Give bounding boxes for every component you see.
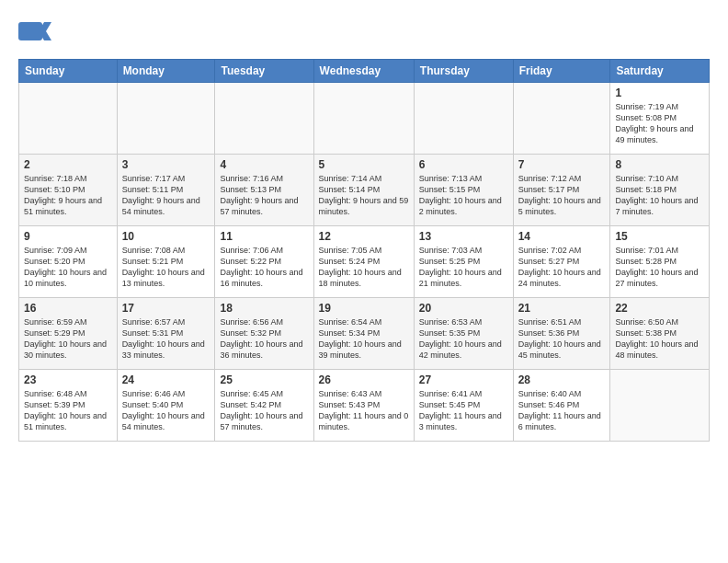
day-number: 1 (615, 86, 704, 99)
day-number: 17 (122, 302, 210, 315)
day-number: 19 (319, 302, 409, 315)
day-number: 21 (518, 302, 606, 315)
day-number: 13 (419, 230, 508, 243)
day-info: Sunrise: 7:09 AM Sunset: 5:20 PM Dayligh… (24, 245, 112, 290)
day-number: 25 (220, 373, 308, 386)
day-number: 5 (319, 158, 409, 171)
calendar-cell: 11Sunrise: 7:06 AM Sunset: 5:22 PM Dayli… (215, 226, 313, 298)
day-info: Sunrise: 7:19 AM Sunset: 5:08 PM Dayligh… (615, 101, 704, 146)
day-info: Sunrise: 6:40 AM Sunset: 5:46 PM Dayligh… (518, 388, 606, 433)
day-info: Sunrise: 7:13 AM Sunset: 5:15 PM Dayligh… (419, 173, 508, 218)
calendar-cell: 6Sunrise: 7:13 AM Sunset: 5:15 PM Daylig… (414, 155, 513, 226)
day-info: Sunrise: 7:17 AM Sunset: 5:11 PM Dayligh… (122, 173, 210, 218)
day-info: Sunrise: 6:46 AM Sunset: 5:40 PM Dayligh… (122, 388, 210, 433)
calendar-cell (610, 370, 710, 442)
calendar-cell: 22Sunrise: 6:50 AM Sunset: 5:38 PM Dayli… (610, 298, 710, 370)
calendar-cell: 9Sunrise: 7:09 AM Sunset: 5:20 PM Daylig… (19, 226, 118, 298)
day-info: Sunrise: 6:53 AM Sunset: 5:35 PM Dayligh… (419, 316, 508, 362)
calendar-cell: 5Sunrise: 7:14 AM Sunset: 5:14 PM Daylig… (313, 155, 414, 226)
day-number: 11 (220, 230, 308, 243)
calendar-cell: 13Sunrise: 7:03 AM Sunset: 5:25 PM Dayli… (414, 226, 513, 298)
day-info: Sunrise: 6:56 AM Sunset: 5:32 PM Dayligh… (220, 316, 308, 362)
calendar-cell: 21Sunrise: 6:51 AM Sunset: 5:36 PM Dayli… (513, 298, 610, 370)
calendar-cell (117, 83, 215, 155)
day-info: Sunrise: 6:57 AM Sunset: 5:31 PM Dayligh… (122, 316, 210, 362)
day-number: 15 (615, 230, 704, 243)
day-number: 10 (122, 230, 210, 243)
calendar-week-5: 23Sunrise: 6:48 AM Sunset: 5:39 PM Dayli… (19, 370, 710, 442)
day-info: Sunrise: 6:41 AM Sunset: 5:45 PM Dayligh… (419, 388, 508, 433)
day-number: 12 (319, 230, 409, 243)
day-number: 3 (122, 158, 210, 171)
day-header-monday: Monday (117, 60, 215, 83)
day-number: 7 (518, 158, 606, 171)
day-info: Sunrise: 7:02 AM Sunset: 5:27 PM Dayligh… (518, 245, 606, 290)
calendar-cell: 17Sunrise: 6:57 AM Sunset: 5:31 PM Dayli… (117, 298, 215, 370)
day-info: Sunrise: 7:08 AM Sunset: 5:21 PM Dayligh… (122, 245, 210, 290)
calendar-cell: 25Sunrise: 6:45 AM Sunset: 5:42 PM Dayli… (215, 370, 313, 442)
calendar-week-2: 2Sunrise: 7:18 AM Sunset: 5:10 PM Daylig… (19, 155, 710, 226)
calendar-header-row: SundayMondayTuesdayWednesdayThursdayFrid… (19, 60, 710, 83)
day-info: Sunrise: 7:01 AM Sunset: 5:28 PM Dayligh… (615, 245, 704, 290)
day-number: 6 (419, 158, 508, 171)
day-number: 20 (419, 302, 508, 315)
day-number: 18 (220, 302, 308, 315)
calendar-week-3: 9Sunrise: 7:09 AM Sunset: 5:20 PM Daylig… (19, 226, 710, 298)
day-info: Sunrise: 7:05 AM Sunset: 5:24 PM Dayligh… (319, 245, 409, 290)
day-header-thursday: Thursday (414, 60, 513, 83)
calendar-cell: 27Sunrise: 6:41 AM Sunset: 5:45 PM Dayli… (414, 370, 513, 442)
day-info: Sunrise: 6:59 AM Sunset: 5:29 PM Dayligh… (24, 316, 112, 362)
calendar-cell: 8Sunrise: 7:10 AM Sunset: 5:18 PM Daylig… (610, 155, 710, 226)
day-info: Sunrise: 7:03 AM Sunset: 5:25 PM Dayligh… (419, 245, 508, 290)
calendar-cell: 14Sunrise: 7:02 AM Sunset: 5:27 PM Dayli… (513, 226, 610, 298)
day-number: 9 (24, 230, 112, 243)
calendar-table: SundayMondayTuesdayWednesdayThursdayFrid… (18, 59, 710, 442)
header (18, 15, 710, 52)
day-number: 22 (615, 302, 704, 315)
calendar-cell: 7Sunrise: 7:12 AM Sunset: 5:17 PM Daylig… (513, 155, 610, 226)
calendar-cell (215, 83, 313, 155)
calendar-cell: 23Sunrise: 6:48 AM Sunset: 5:39 PM Dayli… (19, 370, 118, 442)
calendar-cell (414, 83, 513, 155)
day-header-tuesday: Tuesday (215, 60, 313, 83)
calendar-cell: 16Sunrise: 6:59 AM Sunset: 5:29 PM Dayli… (19, 298, 118, 370)
day-number: 8 (615, 158, 704, 171)
calendar-cell: 28Sunrise: 6:40 AM Sunset: 5:46 PM Dayli… (513, 370, 610, 442)
day-number: 24 (122, 373, 210, 386)
day-info: Sunrise: 6:54 AM Sunset: 5:34 PM Dayligh… (319, 316, 409, 362)
calendar-cell (19, 83, 118, 155)
calendar-cell (513, 83, 610, 155)
day-number: 27 (419, 373, 508, 386)
day-info: Sunrise: 7:18 AM Sunset: 5:10 PM Dayligh… (24, 173, 112, 218)
day-number: 2 (24, 158, 112, 171)
day-header-wednesday: Wednesday (313, 60, 414, 83)
day-info: Sunrise: 6:43 AM Sunset: 5:43 PM Dayligh… (319, 388, 409, 433)
page: SundayMondayTuesdayWednesdayThursdayFrid… (0, 0, 728, 563)
calendar-cell: 26Sunrise: 6:43 AM Sunset: 5:43 PM Dayli… (313, 370, 414, 442)
day-info: Sunrise: 7:06 AM Sunset: 5:22 PM Dayligh… (220, 245, 308, 290)
day-header-saturday: Saturday (610, 60, 710, 83)
day-info: Sunrise: 7:10 AM Sunset: 5:18 PM Dayligh… (615, 173, 704, 218)
calendar-week-1: 1Sunrise: 7:19 AM Sunset: 5:08 PM Daylig… (19, 83, 710, 155)
calendar-cell: 1Sunrise: 7:19 AM Sunset: 5:08 PM Daylig… (610, 83, 710, 155)
calendar-cell: 10Sunrise: 7:08 AM Sunset: 5:21 PM Dayli… (117, 226, 215, 298)
logo (18, 15, 55, 52)
day-info: Sunrise: 6:48 AM Sunset: 5:39 PM Dayligh… (24, 388, 112, 433)
day-info: Sunrise: 6:50 AM Sunset: 5:38 PM Dayligh… (615, 316, 704, 362)
calendar-cell: 24Sunrise: 6:46 AM Sunset: 5:40 PM Dayli… (117, 370, 215, 442)
calendar-cell: 12Sunrise: 7:05 AM Sunset: 5:24 PM Dayli… (313, 226, 414, 298)
calendar-cell: 18Sunrise: 6:56 AM Sunset: 5:32 PM Dayli… (215, 298, 313, 370)
day-info: Sunrise: 7:12 AM Sunset: 5:17 PM Dayligh… (518, 173, 606, 218)
day-number: 28 (518, 373, 606, 386)
day-number: 16 (24, 302, 112, 315)
day-info: Sunrise: 6:45 AM Sunset: 5:42 PM Dayligh… (220, 388, 308, 433)
day-number: 23 (24, 373, 112, 386)
calendar-cell: 20Sunrise: 6:53 AM Sunset: 5:35 PM Dayli… (414, 298, 513, 370)
day-info: Sunrise: 7:16 AM Sunset: 5:13 PM Dayligh… (220, 173, 308, 218)
day-number: 14 (518, 230, 606, 243)
svg-rect-1 (18, 22, 42, 40)
calendar-cell (313, 83, 414, 155)
calendar-cell: 3Sunrise: 7:17 AM Sunset: 5:11 PM Daylig… (117, 155, 215, 226)
calendar-cell: 2Sunrise: 7:18 AM Sunset: 5:10 PM Daylig… (19, 155, 118, 226)
calendar-week-4: 16Sunrise: 6:59 AM Sunset: 5:29 PM Dayli… (19, 298, 710, 370)
